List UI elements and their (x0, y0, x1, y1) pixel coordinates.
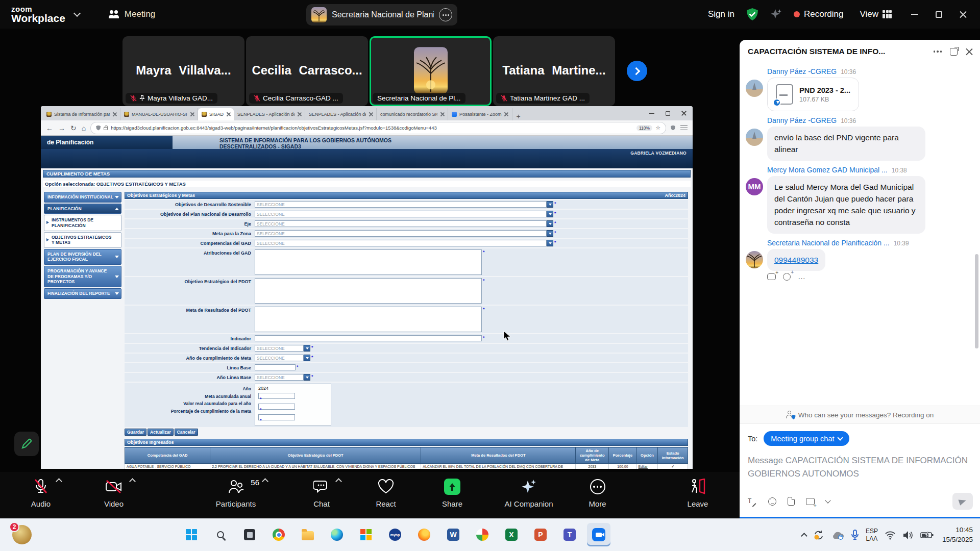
tab-close-icon[interactable] (297, 112, 301, 116)
session-more-icon[interactable] (439, 8, 452, 21)
objetivo-pdot-textarea[interactable] (255, 278, 482, 304)
recording-indicator[interactable]: Recording (794, 9, 844, 19)
menu-item-plan-de-inversion[interactable]: PLAN DE INVERSIÓN DEL EJERCICIO FISCAL (44, 249, 121, 265)
url-text[interactable]: https://sigad3cloud.planificacion.gob.ec… (111, 125, 633, 131)
browser-close-icon[interactable] (681, 111, 687, 116)
workspace-chevron-down-icon[interactable] (74, 10, 81, 17)
taskbar-microsoft-365[interactable] (354, 523, 378, 546)
screenshot-icon[interactable] (806, 498, 815, 505)
url-bar[interactable]: https://sigad3cloud.planificacion.gob.ec… (91, 122, 666, 134)
page-zoom-badge[interactable]: 110% (636, 125, 652, 131)
dropdown-button[interactable] (304, 374, 310, 381)
taskbar-chrome[interactable] (267, 523, 290, 546)
bookmark-star-icon[interactable]: ☆ (655, 124, 660, 131)
add-reaction-icon[interactable] (783, 273, 791, 281)
reply-icon[interactable] (767, 273, 776, 280)
forward-icon[interactable]: → (58, 124, 65, 132)
meta-pdot-textarea[interactable] (255, 307, 482, 332)
browser-tab-6[interactable]: Posasistente - Zoom (448, 108, 512, 120)
annotate-button[interactable] (14, 432, 39, 456)
close-icon[interactable] (960, 11, 967, 18)
linea-base-input[interactable] (255, 364, 296, 370)
taskbar-google-app[interactable] (471, 523, 494, 546)
send-button[interactable] (952, 493, 973, 510)
eje-select[interactable]: SELECCIONE (255, 220, 553, 227)
participants-options-chevron[interactable] (262, 478, 268, 485)
chat-options-chevron[interactable] (335, 478, 342, 485)
taskbar-excel[interactable]: X (500, 523, 523, 546)
dropdown-button[interactable] (547, 240, 553, 246)
tendencia-select[interactable]: SELECCIONE (255, 345, 310, 352)
mic-active-icon[interactable] (851, 530, 859, 541)
tab-close-icon[interactable] (504, 112, 508, 116)
porcentaje-input[interactable] (258, 414, 295, 420)
taskbar-edge[interactable] (325, 523, 349, 546)
atribuciones-textarea[interactable] (255, 249, 482, 275)
phone-link[interactable]: 0994489033 (774, 256, 818, 264)
speaker-icon[interactable] (902, 531, 914, 540)
taskbar-file-explorer[interactable] (296, 523, 320, 546)
session-pill[interactable]: Secretaria Nacional de Planificaci (306, 4, 457, 26)
video-tile-secretaria-active[interactable]: Secretaria Nacional de Pl... (370, 36, 492, 106)
message-more-icon[interactable]: … (798, 274, 806, 279)
emoji-icon[interactable] (768, 497, 776, 506)
meta-zona-select[interactable]: SELECCIONE (255, 230, 553, 237)
new-tab-icon[interactable]: + (517, 112, 521, 120)
tab-close-icon[interactable] (226, 112, 230, 116)
onedrive-cloud-icon[interactable] (831, 531, 844, 540)
browser-tab-0[interactable]: Sistema de Información para lo (43, 108, 120, 120)
language-indicator[interactable]: ESP LAA (866, 528, 878, 543)
tab-close-icon[interactable] (369, 112, 373, 116)
attach-file-icon[interactable] (788, 497, 795, 506)
browser-restore-icon[interactable] (666, 111, 670, 116)
taskbar-zoom-active[interactable] (587, 523, 610, 546)
browser-menu-icon[interactable] (680, 126, 688, 131)
menu-item-informacion-institucional[interactable]: INFORMACIÓN INSTITUCIONAL (44, 192, 121, 203)
valor-real-input[interactable] (258, 404, 295, 410)
search-button[interactable] (209, 523, 232, 546)
taskbar-firefox[interactable] (412, 523, 436, 546)
video-tile-cecilia[interactable]: Cecilia Carrasco... Cecilia Carrasco-GAD… (246, 36, 368, 106)
competencias-select[interactable]: SELECCIONE (255, 240, 553, 246)
start-button[interactable] (180, 523, 203, 546)
audio-options-chevron[interactable] (56, 478, 62, 485)
tab-close-icon[interactable] (112, 112, 116, 116)
menu-item-objetivos-estrategicos-y-metas[interactable]: OBJETIVOS ESTRATÉGICOS Y METAS (44, 232, 121, 248)
dropdown-button[interactable] (547, 220, 553, 227)
menu-item-instrumentos-de-planificacion[interactable]: INSTRUMENTOS DE PLANIFICACIÓN (44, 215, 121, 231)
menu-item-programacion-y-avance[interactable]: PROGRAMACIÓN Y AVANCE DE PROGRAMAS Y/O P… (44, 266, 121, 287)
video-options-chevron[interactable] (129, 478, 136, 485)
next-participants-button[interactable] (627, 61, 647, 81)
minimize-icon[interactable] (911, 14, 918, 15)
security-shield-icon[interactable] (746, 8, 759, 21)
menu-item-finalizacion-del-reporte[interactable]: FINALIZACIÓN DEL REPORTE (44, 288, 121, 299)
chat-close-icon[interactable] (966, 48, 973, 55)
message-input[interactable]: Message CAPACITACIÓN SISTEMA DE INFORMAC… (748, 454, 972, 480)
chat-button[interactable]: Chat (302, 477, 341, 508)
recipient-selector[interactable]: Meeting group chat (764, 431, 849, 446)
pnd-select[interactable]: SELECCIONE (255, 211, 553, 217)
menu-item-planificacion[interactable]: PLANIFICACIÓN (44, 204, 121, 214)
browser-tab-2-active[interactable]: SIGAD (198, 108, 234, 120)
browser-tab-5[interactable]: comunicado recordatorio SIGAD 20 (377, 108, 448, 120)
ai-companion-button[interactable]: AI Companion (493, 477, 565, 508)
tab-meeting[interactable]: Meeting (108, 9, 155, 19)
ods-select[interactable]: SELECCIONE (255, 201, 553, 208)
video-tile-mayra[interactable]: Mayra Villalva... Mayra Villalva GAD... (122, 36, 244, 106)
tray-expand-icon[interactable] (801, 533, 807, 539)
taskbar-clock[interactable]: 10:45 15/5/2025 (942, 525, 973, 545)
sender-name[interactable]: Secretaria Nacional de Planificación ... (767, 239, 890, 247)
home-icon[interactable]: ⌂ (82, 124, 86, 132)
dropdown-button[interactable] (547, 211, 553, 217)
format-text-icon[interactable] (748, 497, 757, 506)
pop-out-icon[interactable] (950, 48, 958, 56)
participants-button[interactable]: 56 Participants (205, 477, 266, 508)
extension-shield-icon[interactable] (671, 126, 675, 131)
anio-linea-base-select[interactable]: SELECCIONE (255, 374, 310, 381)
react-button[interactable]: React (365, 477, 406, 508)
taskbar-app-window[interactable] (238, 523, 261, 546)
leave-button[interactable]: Leave (670, 477, 726, 508)
chat-scrollbar[interactable] (975, 254, 978, 348)
tab-close-icon[interactable] (440, 112, 444, 116)
dropdown-button[interactable] (547, 230, 553, 237)
